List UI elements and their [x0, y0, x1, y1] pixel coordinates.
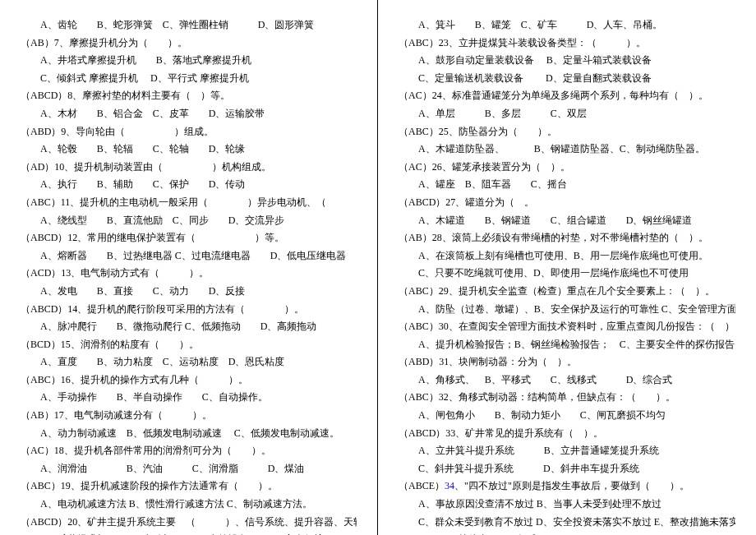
text-line: A、闸包角小 B、制动力矩小 C、闸瓦磨损不均匀 — [399, 407, 735, 425]
text-line: （ABCD）20、矿井主提升系统主要 （ ）、信号系统、提升容器、天轮、井架、装… — [21, 514, 357, 532]
page-container: A、齿轮 B、蛇形弹簧 C、弹性圈柱销 D、圆形弹簧 （AB）7、摩擦提升机分为… — [0, 0, 756, 535]
text-line: A、木罐道防坠器、 B、钢罐道防坠器、C、制动绳防坠器。 — [399, 141, 735, 159]
text-line: （ACD）13、电气制动方式有（ ）。 — [21, 265, 357, 283]
text-line: A、木材 B、铝合金 C、皮革 D、运输胶带 — [21, 105, 357, 123]
text-line: A、发电 B、直接 C、动力 D、反接 — [21, 283, 357, 301]
text-line: A、直度 B、动力粘度 C、运动粘度 D、恩氏粘度 — [21, 353, 357, 371]
right-column: A、箕斗 B、罐笼 C、矿车 D、人车、吊桶。 （ABC）23、立井提煤箕斗装载… — [378, 0, 756, 535]
text-line: C、斜井箕斗提升系统 D、斜井串车提升系统 — [399, 460, 735, 478]
text-line: A、绕线型 B、直流他励 C、同步 D、交流异步 — [21, 212, 357, 230]
text-line: C、倾斜式 摩擦提升机 D、平行式 摩擦提升机 — [21, 70, 357, 88]
text-line: （ABD）35、箕斗由（ ）组成。 — [399, 531, 735, 535]
text-line: C、定量输送机装载设备 D、定量自翻式装载设备 — [399, 70, 735, 88]
text-line: （ABC）19、提升机减速阶段的操作方法通常有（ ）。 — [21, 477, 357, 496]
text-line: （ABCD）27、罐道分为（ 。 — [399, 194, 735, 212]
text-line: A、电动机减速方法 B、惯性滑行减速方法 C、制动减速方法。 — [21, 496, 357, 514]
text-line: A、动力制动减速 B、低频发电制动减速 C、低频发电制动减速。 — [21, 425, 357, 443]
text-line: A、轮毂 B、轮辐 C、轮轴 D、轮缘 — [21, 141, 357, 159]
text-line: A、执行 B、辅助 C、保护 D、传动 — [21, 176, 357, 194]
text-line: A、齿轮 B、蛇形弹簧 C、弹性圈柱销 D、圆形弹簧 — [21, 16, 357, 35]
text-line: （ABC）16、提升机的操作方式有几种（ ）。 — [21, 371, 357, 390]
text-line: （ABCD）12、常用的继电保护装置有（ ）等。 — [21, 229, 357, 247]
text-line: （ABCE）34、"四不放过"原则是指发生事故后，要做到（ ）。 — [399, 477, 735, 496]
text-line: （ABC）30、在查阅安全管理方面技术资料时，应重点查阅几份报告：（ ）。 — [399, 318, 735, 336]
text-line: （ABD）31、块闸制动器：分为（ ）。 — [399, 353, 735, 371]
text-line: A、熔断器 B、过热继电器 C、过电流继电器 D、低电压继电器 — [21, 247, 357, 265]
text-line: A、单层 B、多层 C、双层 — [399, 105, 735, 123]
text-line: （ABC）11、提升机的主电动机一般采用（ ）异步电动机、（ ）电动机、（ ）电… — [21, 194, 357, 212]
text-line: A、润滑油 B、汽油 C、润滑脂 D、煤油 — [21, 460, 357, 478]
text-line: A、在滚筒板上刻有绳槽也可使用、B、用一层绳作底绳也可使用。 — [399, 247, 735, 265]
text-line: （AD）10、提升机制动装置由（ ）机构组成。 — [21, 159, 357, 177]
text-line: A、矿井提升机 B、电动机 C、电控设备 D、安全保护 — [21, 531, 357, 535]
text-line: （BCD）15、润滑剂的粘度有（ ）。 — [21, 336, 357, 354]
text-line: C、只要不吃绳就可使用、D、即使用一层绳作底绳也不可使用 — [399, 265, 735, 283]
text-line: A、井塔式摩擦提升机 B、落地式摩擦提升机 — [21, 52, 357, 70]
text-line: （AB）7、摩擦提升机分为（ ）。 — [21, 35, 357, 53]
text-line: A、箕斗 B、罐笼 C、矿车 D、人车、吊桶。 — [399, 16, 735, 35]
text-line: （ABD）9、导向轮由（ ）组成。 — [21, 123, 357, 141]
text-line: A、脉冲爬行 B、微拖动爬行 C、低频拖动 D、高频拖动 — [21, 318, 357, 336]
text-line: （AC）26、罐笼承接装置分为（ ）。 — [399, 159, 735, 177]
text-line: （AC）18、提升机各部件常用的润滑剂可分为（ ）。 — [21, 442, 357, 460]
text-line: （AC）24、标准普通罐笼分为单绳及多绳两个系列，每种均有（ ）。 — [399, 87, 735, 105]
text-line: C、群众未受到教育不放过 D、安全投资未落实不放过 E、整改措施未落实不放过。 — [399, 514, 735, 532]
text-line: （ABC）32、角移式制动器：结构简单，但缺点有：（ ）。 — [399, 389, 735, 407]
text-line: （AB）28、滚筒上必须设有带绳槽的衬垫，对不带绳槽衬垫的（ ）。 — [399, 229, 735, 247]
text-line: A、事故原因没查清不放过 B、当事人未受到处理不放过 — [399, 496, 735, 514]
text-line: （ABC）29、提升机安全监查（检查）重点在几个安全要素上：（ ）。 — [399, 283, 735, 301]
text-line: A、鼓形自动定量装载设备 B、定量斗箱式装载设备 — [399, 52, 735, 70]
text-line: （ABCD）14、提升机的爬行阶段可采用的方法有（ ）。 — [21, 301, 357, 319]
text-line: （ABCD）33、矿井常见的提升系统有（ ）。 — [399, 425, 735, 443]
text-line: A、角移式、 B、平移式 C、线移式 D、综合式 — [399, 371, 735, 390]
left-column: A、齿轮 B、蛇形弹簧 C、弹性圈柱销 D、圆形弹簧 （AB）7、摩擦提升机分为… — [0, 0, 378, 535]
text-line: A、木罐道 B、钢罐道 C、组合罐道 D、钢丝绳罐道 — [399, 212, 735, 230]
text-line: （ABCD）8、摩擦衬垫的材料主要有（ ）等。 — [21, 87, 357, 105]
text-line: A、防坠（过卷、墩罐）、B、安全保护及运行的可靠性 C、安全管理方面。 — [399, 301, 735, 319]
text-line: （AB）17、电气制动减速分有（ ）。 — [21, 407, 357, 425]
text-line: A、立井箕斗提升系统 B、立井普通罐笼提升系统 — [399, 442, 735, 460]
text-line: A、手动操作 B、半自动操作 C、自动操作。 — [21, 389, 357, 407]
text-line: （ABC）23、立井提煤箕斗装载设备类型：（ ）。 — [399, 35, 735, 53]
text-line: （ABC）25、防坠器分为（ ）。 — [399, 123, 735, 141]
text-line: A、提升机检验报告；B、钢丝绳检验报告； C、主要安全件的探伤报告； — [399, 336, 735, 354]
text-line: A、罐座 B、阻车器 C、摇台 — [399, 176, 735, 194]
